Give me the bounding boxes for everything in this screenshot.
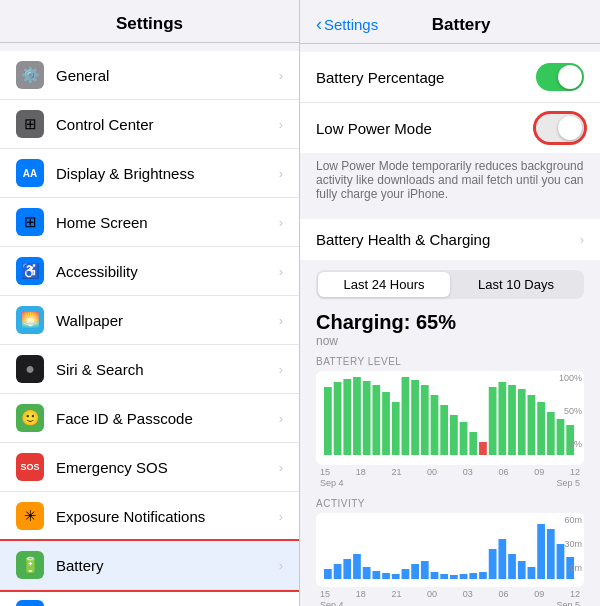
accessibility-chevron-icon: › (279, 264, 283, 279)
svg-rect-19 (508, 385, 516, 455)
exposure-label: Exposure Notifications (56, 508, 279, 525)
svg-rect-29 (353, 554, 361, 579)
svg-rect-24 (557, 419, 565, 455)
tab-10days[interactable]: Last 10 Days (450, 272, 582, 297)
siri-chevron-icon: › (279, 362, 283, 377)
svg-rect-15 (469, 432, 477, 455)
right-header: ‹ Settings Battery (300, 0, 600, 44)
exposure-icon: ✳ (16, 502, 44, 530)
general-chevron-icon: › (279, 68, 283, 83)
svg-rect-17 (489, 387, 497, 455)
emergency-icon: SOS (16, 453, 44, 481)
svg-rect-43 (489, 549, 497, 579)
back-chevron-icon: ‹ (316, 14, 322, 35)
sidebar-item-display[interactable]: AADisplay & Brightness› (0, 149, 299, 198)
svg-rect-23 (547, 412, 555, 455)
emergency-chevron-icon: › (279, 460, 283, 475)
back-button[interactable]: ‹ Settings (316, 14, 378, 35)
battery-health-row[interactable]: Battery Health & Charging › (300, 219, 600, 260)
sidebar-item-privacy[interactable]: 🤚Privacy & Security› (0, 590, 299, 606)
wallpaper-icon: 🌅 (16, 306, 44, 334)
activity-y-0-label: 0m (569, 563, 582, 573)
accessibility-label: Accessibility (56, 263, 279, 280)
activity-date-labels: Sep 4 Sep 5 (316, 600, 584, 606)
toggle-section: Battery Percentage Low Power Mode (300, 52, 600, 153)
faceid-label: Face ID & Passcode (56, 410, 279, 427)
general-icon: ⚙️ (16, 61, 44, 89)
settings-list: ⚙️General›⊞Control Center›AADisplay & Br… (0, 51, 299, 606)
battery-percentage-toggle[interactable] (536, 63, 584, 91)
low-power-toggle[interactable] (536, 114, 584, 142)
activity-y-60-label: 60m (564, 515, 582, 525)
siri-label: Siri & Search (56, 361, 279, 378)
exposure-chevron-icon: › (279, 509, 283, 524)
svg-rect-40 (460, 574, 468, 579)
back-label: Settings (324, 16, 378, 33)
svg-rect-4 (363, 381, 371, 455)
battery-label: Battery (56, 557, 279, 574)
low-power-label: Low Power Mode (316, 120, 536, 137)
battery-health-label: Battery Health & Charging (316, 231, 580, 248)
svg-rect-42 (479, 572, 487, 579)
faceid-chevron-icon: › (279, 411, 283, 426)
battery-percentage-label: Battery Percentage (316, 69, 536, 86)
svg-rect-11 (431, 395, 439, 455)
home-screen-label: Home Screen (56, 214, 279, 231)
battery-health-chevron-icon: › (580, 232, 584, 247)
sidebar-item-control-center[interactable]: ⊞Control Center› (0, 100, 299, 149)
sidebar-item-accessibility[interactable]: ♿Accessibility› (0, 247, 299, 296)
svg-rect-21 (528, 395, 536, 455)
battery-percentage-row[interactable]: Battery Percentage (300, 52, 600, 103)
activity-y-30-label: 30m (564, 539, 582, 549)
svg-rect-16 (479, 442, 487, 455)
toggle-thumb (558, 65, 582, 89)
svg-rect-50 (557, 544, 565, 579)
svg-rect-12 (440, 405, 448, 455)
battery-level-label: BATTERY LEVEL (316, 356, 584, 367)
low-power-row[interactable]: Low Power Mode (300, 103, 600, 153)
siri-icon: ● (16, 355, 44, 383)
activity-label: ACTIVITY (316, 498, 584, 509)
svg-rect-37 (431, 572, 439, 579)
sidebar-item-general[interactable]: ⚙️General› (0, 51, 299, 100)
svg-rect-32 (382, 573, 390, 579)
sidebar-item-exposure[interactable]: ✳Exposure Notifications› (0, 492, 299, 541)
svg-rect-31 (372, 571, 380, 579)
charging-time: now (316, 334, 584, 348)
sidebar-item-faceid[interactable]: 🙂Face ID & Passcode› (0, 394, 299, 443)
left-header: Settings (0, 0, 299, 43)
wallpaper-chevron-icon: › (279, 313, 283, 328)
y-0-label: 0% (569, 439, 582, 449)
display-chevron-icon: › (279, 166, 283, 181)
charging-percent: Charging: 65% (316, 311, 584, 334)
charging-info: Charging: 65% now (300, 307, 600, 350)
svg-rect-46 (518, 561, 526, 579)
sidebar-item-battery[interactable]: 🔋Battery› (0, 541, 299, 590)
settings-group-0: ⚙️General›⊞Control Center›AADisplay & Br… (0, 51, 299, 606)
svg-rect-2 (343, 379, 351, 455)
sidebar-item-emergency[interactable]: SOSEmergency SOS› (0, 443, 299, 492)
svg-rect-3 (353, 377, 361, 455)
settings-left-panel: Settings ⚙️General›⊞Control Center›AADis… (0, 0, 300, 606)
right-title: Battery (378, 15, 544, 35)
svg-rect-27 (334, 564, 342, 579)
wallpaper-label: Wallpaper (56, 312, 279, 329)
general-label: General (56, 67, 279, 84)
svg-rect-34 (402, 569, 410, 579)
svg-rect-39 (450, 575, 458, 579)
svg-rect-44 (498, 539, 506, 579)
svg-rect-9 (411, 380, 419, 455)
tab-24hours[interactable]: Last 24 Hours (318, 272, 450, 297)
svg-rect-26 (324, 569, 332, 579)
sidebar-item-wallpaper[interactable]: 🌅Wallpaper› (0, 296, 299, 345)
sidebar-item-siri[interactable]: ●Siri & Search› (0, 345, 299, 394)
faceid-icon: 🙂 (16, 404, 44, 432)
activity-chart (324, 519, 576, 579)
activity-x-labels: 15 18 21 00 03 06 09 12 (316, 589, 584, 599)
svg-rect-41 (469, 573, 477, 579)
accessibility-icon: ♿ (16, 257, 44, 285)
sidebar-item-home-screen[interactable]: ⊞Home Screen› (0, 198, 299, 247)
activity-section: ACTIVITY 60m 30m 0m (300, 492, 600, 606)
svg-rect-7 (392, 402, 400, 455)
svg-rect-5 (372, 385, 380, 455)
